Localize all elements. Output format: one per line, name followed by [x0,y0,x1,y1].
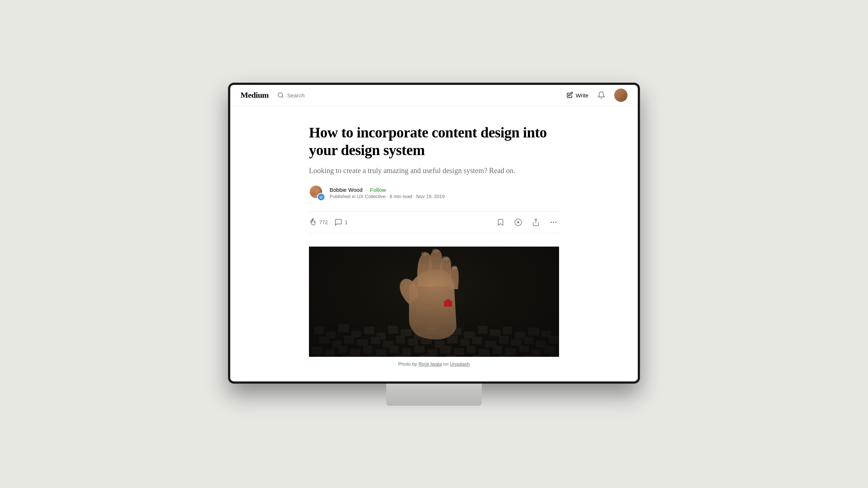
svg-line-1 [282,96,283,97]
clap-button[interactable]: 772 [309,218,328,226]
article-date: Nov 19, 2019 [416,194,445,199]
author-name[interactable]: Bobbie Wood [330,187,363,193]
comment-icon [334,218,342,226]
publication-avatar-svg: U [318,194,324,200]
navbar-right: Write [566,89,627,102]
medium-logo[interactable]: Medium [241,90,268,100]
article-title: How to incorporate content design into y… [309,124,559,159]
notifications-button[interactable] [596,90,607,101]
monitor-screen: Medium Write [228,83,640,384]
search-bar[interactable] [277,92,566,98]
write-button[interactable]: Write [566,92,588,99]
bookmark-icon [497,218,505,226]
listen-button[interactable] [513,217,524,228]
hero-image-canvas [309,247,559,357]
article-meta: Published in UX Collective · 8 min read … [330,194,445,199]
photo-credit: Photo by Ryoji Iwata on Unsplash [309,361,559,367]
svg-point-11 [556,222,556,223]
published-in-label: Published in [330,194,356,199]
write-icon [566,92,573,99]
comment-button[interactable]: 1 [334,218,348,226]
share-icon [532,218,540,226]
publication-link[interactable]: UX Collective [357,194,385,199]
svg-rect-95 [309,247,559,357]
more-button[interactable] [548,217,559,228]
clap-icon [309,218,317,226]
photographer-link[interactable]: Ryoji Iwata [419,361,442,367]
photo-credit-on-text: on [443,361,448,367]
action-left: 772 1 [309,218,495,226]
hero-image [309,247,559,357]
author-row: U Bobbie Wood · Follow Published in [309,185,559,201]
svg-point-9 [551,222,552,223]
svg-point-0 [278,93,283,97]
action-right [495,217,559,228]
action-bar: 772 1 [309,211,559,233]
avatar-image [614,89,627,102]
search-icon [277,92,284,98]
svg-point-10 [553,222,554,223]
bell-icon [597,91,605,99]
play-icon [514,218,522,226]
navbar: Medium Write [230,85,638,106]
photo-credit-text: Photo by [398,361,417,367]
follow-button[interactable]: Follow [370,187,386,193]
author-info: Bobbie Wood · Follow Published in UX Col… [330,187,445,199]
monitor-stand [386,384,482,406]
article-subtitle: Looking to create a truly amazing and us… [309,165,559,176]
clap-count: 772 [319,219,328,225]
screen-inner: Medium Write [230,85,638,381]
write-label: Write [576,92,588,98]
meta-separator-2: · [413,194,416,199]
svg-marker-7 [517,221,520,223]
bookmark-button[interactable] [495,217,506,228]
comment-count: 1 [345,219,348,225]
monitor-wrapper: Medium Write [228,83,640,406]
read-time: 8 min read [389,194,412,199]
share-button[interactable] [530,217,541,228]
author-avatars: U [309,185,325,201]
publication-avatar: U [317,193,325,201]
svg-text:U: U [320,195,323,199]
svg-point-2 [314,188,320,194]
puzzle-hand-svg [309,247,559,357]
avatar[interactable] [614,89,627,102]
more-icon [549,218,558,226]
author-name-row: Bobbie Wood · Follow [330,187,445,193]
unsplash-link[interactable]: Unsplash [450,361,470,367]
article-main: How to incorporate content design into y… [302,106,566,381]
author-dot: · [366,187,367,193]
search-input[interactable] [287,92,353,98]
